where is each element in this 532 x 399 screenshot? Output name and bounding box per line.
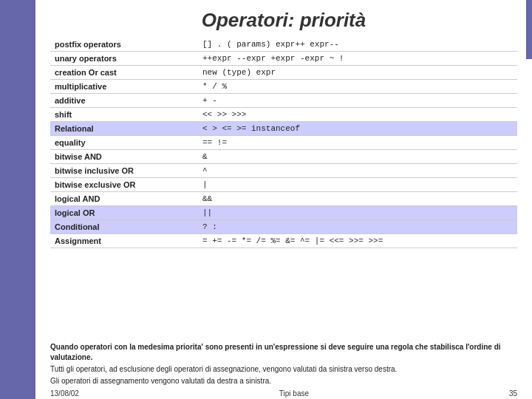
row-value: [] . ( params) expr++ expr-- <box>198 38 517 52</box>
content: Operatori: priorità postfix operators[] … <box>35 0 532 399</box>
footer-line3: Gli operatori di assegnamento vengono va… <box>50 376 517 386</box>
row-value: < > <= >= instanceof <box>198 122 517 136</box>
row-value: | <box>198 178 517 192</box>
row-value: & <box>198 150 517 164</box>
top-bar <box>526 0 532 59</box>
row-label: bitwise exclusive OR <box>50 178 198 192</box>
footer-page: 35 <box>509 389 517 398</box>
row-label: unary operators <box>50 52 198 66</box>
table-row: bitwise inclusive OR^ <box>50 164 517 178</box>
row-label: Relational <box>50 122 198 136</box>
table-row: logical OR|| <box>50 206 517 220</box>
row-value: ++expr --expr +expr -expr ~ ! <box>198 52 517 66</box>
row-value: && <box>198 192 517 206</box>
row-label: Assignment <box>50 234 198 248</box>
main-content: postfix operators[] . ( params) expr++ e… <box>35 38 532 339</box>
table-row: bitwise exclusive OR| <box>50 178 517 192</box>
page-title: Operatori: priorità <box>50 9 517 32</box>
row-label: postfix operators <box>50 38 198 52</box>
row-value: = += -= *= /= %= &= ^= |= <<= >>= >>= <box>198 234 517 248</box>
row-label: bitwise AND <box>50 150 198 164</box>
table-row: Relational< > <= >= instanceof <box>50 122 517 136</box>
footer-bottom: 13/08/02 Tipi base 35 <box>35 388 532 399</box>
row-label: equality <box>50 136 198 150</box>
row-value: * / % <box>198 80 517 94</box>
operators-table: postfix operators[] . ( params) expr++ e… <box>50 38 517 248</box>
footer-text: Quando operatori con la medesima priorit… <box>35 339 532 388</box>
row-label: multiplicative <box>50 80 198 94</box>
table-row: Assignment= += -= *= /= %= &= ^= |= <<= … <box>50 234 517 248</box>
left-bar <box>0 0 35 399</box>
row-label: bitwise inclusive OR <box>50 164 198 178</box>
row-value: new (type) expr <box>198 66 517 80</box>
row-label: creation Or cast <box>50 66 198 80</box>
table-row: bitwise AND& <box>50 150 517 164</box>
row-value: + - <box>198 94 517 108</box>
table-row: equality== != <box>50 136 517 150</box>
row-label: additive <box>50 94 198 108</box>
footer-line2: Tutti gli operatori, ad esclusione degli… <box>50 364 517 375</box>
title-area: Operatori: priorità <box>35 0 532 38</box>
row-value: == != <box>198 136 517 150</box>
table-row: unary operators++expr --expr +expr -expr… <box>50 52 517 66</box>
footer-line1: Quando operatori con la medesima priorit… <box>50 342 517 363</box>
footer-date: 13/08/02 <box>50 389 79 398</box>
table-row: postfix operators[] . ( params) expr++ e… <box>50 38 517 52</box>
row-value: || <box>198 206 517 220</box>
table-row: creation Or castnew (type) expr <box>50 66 517 80</box>
row-label: shift <box>50 108 198 122</box>
page: Operatori: priorità postfix operators[] … <box>0 0 532 399</box>
row-value: ^ <box>198 164 517 178</box>
row-value: << >> >>> <box>198 108 517 122</box>
table-row: Conditional? : <box>50 220 517 234</box>
row-label: logical AND <box>50 192 198 206</box>
table-row: multiplicative* / % <box>50 80 517 94</box>
row-label: logical OR <box>50 206 198 220</box>
row-label: Conditional <box>50 220 198 234</box>
table-row: logical AND&& <box>50 192 517 206</box>
table-row: shift<< >> >>> <box>50 108 517 122</box>
footer-center: Tipi base <box>79 389 509 398</box>
row-value: ? : <box>198 220 517 234</box>
table-row: additive+ - <box>50 94 517 108</box>
